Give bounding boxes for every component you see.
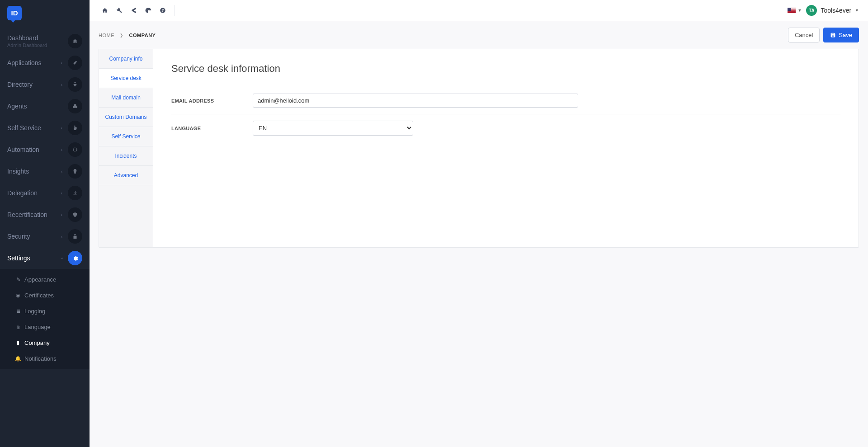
content-area: Company info Service desk Mail domain Cu…: [90, 49, 868, 447]
tab-mail-domain[interactable]: Mail domain: [99, 88, 153, 108]
building-icon: ▮: [15, 340, 21, 346]
chevron-right-icon: ❯: [120, 33, 124, 38]
button-label: Save: [839, 32, 852, 38]
sidebar-item-insights[interactable]: Insights ‹: [0, 160, 90, 182]
lightbulb-icon: [68, 164, 82, 179]
nav-label: Agents: [7, 103, 68, 110]
tab-advanced[interactable]: Advanced: [99, 166, 153, 185]
subnav-certificates[interactable]: ◉ Certificates: [0, 287, 90, 303]
sitemap-icon: [68, 77, 82, 92]
form-row-language: LANGUAGE EN: [171, 114, 840, 142]
sidebar-item-delegation[interactable]: Delegation ‹: [0, 182, 90, 204]
sidebar-item-settings[interactable]: Settings ‹: [0, 247, 90, 269]
chevron-left-icon: ‹: [61, 147, 62, 152]
cancel-button[interactable]: Cancel: [788, 28, 820, 42]
sidebar-item-automation[interactable]: Automation ‹: [0, 139, 90, 160]
breadcrumb-home[interactable]: HOME: [99, 33, 114, 38]
brush-icon: ✎: [15, 277, 21, 282]
language-select[interactable]: EN: [253, 121, 413, 136]
subnav-label: Notifications: [24, 355, 57, 362]
sidebar: ID Dashboard Admin Dashboard Application…: [0, 0, 90, 447]
chevron-left-icon: ‹: [61, 61, 62, 66]
page-title: Service desk information: [171, 63, 840, 75]
topbar-home[interactable]: [99, 4, 111, 17]
logo-area: ID: [0, 0, 90, 21]
tab-self-service[interactable]: Self Service: [99, 127, 153, 146]
panel-body: Service desk information EMAIL ADDRESS L…: [153, 49, 859, 247]
chevron-left-icon: ‹: [61, 234, 62, 239]
flag-us-icon: [788, 8, 796, 13]
subnav-notifications[interactable]: 🔔 Notifications: [0, 351, 90, 367]
caret-down-icon: ▼: [855, 8, 859, 13]
chevron-left-icon: ‹: [61, 126, 62, 131]
tab-service-desk[interactable]: Service desk: [99, 69, 153, 88]
chevron-left-icon: ‹: [61, 191, 62, 196]
save-button[interactable]: Save: [823, 28, 859, 42]
subnav-label: Appearance: [24, 276, 56, 283]
sidebar-item-recertification[interactable]: Recertification ‹: [0, 204, 90, 226]
sidebar-item-agents[interactable]: Agents: [0, 95, 90, 117]
chevron-down-icon: ‹: [59, 257, 64, 259]
nav-sublabel: Admin Dashboard: [7, 42, 68, 48]
home-icon: [102, 7, 108, 14]
user-name: Tools4ever: [821, 7, 851, 14]
language-selector[interactable]: ▼: [788, 8, 802, 13]
form-row-email: EMAIL ADDRESS: [171, 87, 840, 114]
chevron-left-icon: ‹: [61, 169, 62, 174]
nav-label: Applications: [7, 59, 61, 66]
chevron-left-icon: ‹: [61, 212, 62, 217]
nav-label: Insights: [7, 168, 61, 175]
nav-label: Self Service: [7, 124, 61, 132]
topbar-tools[interactable]: [113, 4, 126, 17]
download-icon: [68, 186, 82, 200]
nav-label: Automation: [7, 146, 61, 153]
lock-icon: [68, 229, 82, 244]
nav-label: Recertification: [7, 211, 61, 218]
app-logo[interactable]: ID: [7, 6, 22, 20]
sidebar-item-applications[interactable]: Applications ‹: [0, 52, 90, 74]
sidebar-item-self-service[interactable]: Self Service ‹: [0, 117, 90, 139]
sidebar-item-directory[interactable]: Directory ‹: [0, 74, 90, 95]
breadcrumb-current: COMPANY: [129, 33, 156, 38]
sidebar-item-dashboard[interactable]: Dashboard Admin Dashboard: [0, 30, 90, 52]
tab-company-info[interactable]: Company info: [99, 49, 153, 69]
nav-label: Security: [7, 233, 61, 240]
help-icon: ?: [160, 7, 166, 14]
subnav-language[interactable]: 🗎 Language: [0, 319, 90, 335]
topbar-analytics[interactable]: [142, 4, 155, 17]
tab-custom-domains[interactable]: Custom Domains: [99, 108, 153, 127]
svg-text:?: ?: [162, 9, 164, 13]
rocket-icon: [68, 56, 82, 70]
nav-label: Settings: [7, 254, 61, 262]
user-menu[interactable]: TA Tools4ever ▼: [806, 5, 859, 16]
chevron-left-icon: ‹: [61, 82, 62, 87]
pie-chart-icon: [145, 7, 151, 14]
certificate-icon: ◉: [15, 292, 21, 298]
sidebar-item-security[interactable]: Security ‹: [0, 226, 90, 247]
button-label: Cancel: [795, 32, 813, 38]
nav-label: Dashboard: [7, 34, 68, 42]
home-icon: [68, 34, 82, 48]
subnav-company[interactable]: ▮ Company: [0, 335, 90, 351]
save-icon: [830, 32, 836, 38]
email-label: EMAIL ADDRESS: [171, 98, 253, 104]
shield-icon: [68, 207, 82, 222]
list-icon: ≣: [15, 308, 21, 314]
divider: [175, 5, 175, 16]
bell-icon: 🔔: [15, 356, 21, 362]
main: ? ▼ TA Tools4ever ▼ HOME ❯ COMPA: [90, 0, 868, 447]
tab-incidents[interactable]: Incidents: [99, 146, 153, 166]
code-icon: [68, 142, 82, 157]
header-actions: Cancel Save: [788, 28, 859, 42]
email-input[interactable]: [253, 94, 578, 108]
hand-pointer-icon: [68, 121, 82, 135]
subnav-label: Logging: [24, 308, 45, 315]
subnav-logging[interactable]: ≣ Logging: [0, 303, 90, 319]
topbar-help[interactable]: ?: [156, 4, 169, 17]
subnav-appearance[interactable]: ✎ Appearance: [0, 272, 90, 287]
topbar-share[interactable]: [127, 4, 140, 17]
side-tabs: Company info Service desk Mail domain Cu…: [99, 49, 153, 247]
wrench-icon: [116, 7, 123, 14]
topbar: ? ▼ TA Tools4ever ▼: [90, 0, 868, 21]
avatar: TA: [806, 5, 817, 16]
